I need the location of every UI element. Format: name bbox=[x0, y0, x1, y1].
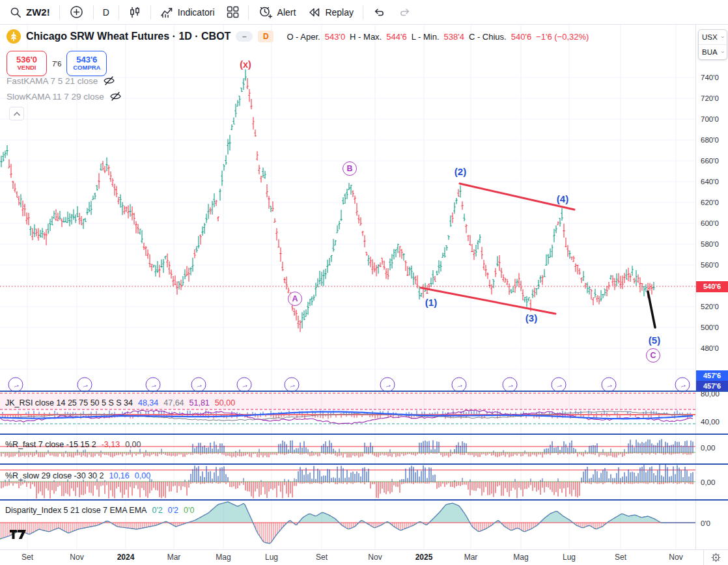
time-year-label: 2024 bbox=[117, 553, 135, 562]
timezone-settings-button[interactable] bbox=[703, 550, 728, 565]
fastkama-legend[interactable]: FastKAMA 7 5 21 close bbox=[7, 76, 115, 86]
legend-collapse-pill[interactable]: – bbox=[236, 31, 253, 42]
rfast-value-2: 0,00 bbox=[125, 440, 141, 449]
symbol-label: ZW2! bbox=[26, 7, 50, 18]
currency-toggle[interactable]: USX › bbox=[699, 30, 727, 44]
indicator-tick-label: 0,00 bbox=[701, 478, 715, 486]
pane-separator[interactable] bbox=[0, 463, 728, 465]
trade-panel: 536'0 VENDI 7'6 543'6 COMPRA bbox=[7, 51, 107, 76]
symbol-search-button[interactable]: ZW2! bbox=[4, 3, 56, 21]
price-tick-label: 720'0 bbox=[701, 94, 719, 102]
open-label: O - Aper. bbox=[287, 32, 320, 42]
grid-layout-icon bbox=[227, 6, 239, 18]
time-month-label: Mag bbox=[216, 553, 231, 562]
unit-toggle[interactable]: BUA › bbox=[699, 44, 727, 59]
disparity-pane-legend[interactable]: Disparity_Index 5 21 close 7 EMA EMA 0'2… bbox=[5, 506, 194, 515]
close-label: C - Chius. bbox=[469, 32, 507, 42]
wave-label-4[interactable]: (4) bbox=[557, 193, 568, 204]
spread-value: 7'6 bbox=[52, 60, 61, 68]
wave-label-5[interactable]: (5) bbox=[649, 335, 660, 346]
indicator-tick-label: 0'0 bbox=[701, 519, 710, 527]
rfast-title: %R_fast 7 close -15 15 2 bbox=[5, 440, 96, 449]
toolbar-divider bbox=[59, 5, 60, 20]
chart-style-button[interactable] bbox=[122, 3, 147, 21]
slowkama-legend[interactable]: SlowKAMA 11 7 29 close bbox=[7, 91, 122, 102]
price-tick-label: 480'0 bbox=[701, 344, 719, 352]
high-value: 544'6 bbox=[386, 32, 406, 42]
wave-label-B[interactable]: B bbox=[343, 161, 357, 176]
last-price-badge: 540'6 bbox=[696, 281, 728, 292]
buy-label: COMPRA bbox=[73, 64, 100, 72]
layout-templates-button[interactable] bbox=[221, 3, 245, 21]
replay-icon bbox=[307, 7, 320, 18]
rslow-pane-legend[interactable]: %R_slow 29 close -30 30 2 10,16 0,00 bbox=[5, 471, 150, 480]
rsi-value-4: 50,00 bbox=[215, 398, 235, 407]
eye-off-icon[interactable] bbox=[103, 76, 115, 86]
wave-label-A[interactable]: A bbox=[288, 292, 302, 306]
pane-separator[interactable] bbox=[0, 434, 728, 435]
disparity-value-1: 0'2 bbox=[152, 506, 162, 515]
wave-label-3[interactable]: (3) bbox=[525, 312, 537, 324]
legend-collapse-button[interactable] bbox=[9, 107, 24, 120]
interval-button[interactable]: D bbox=[97, 3, 115, 21]
interval-label: D bbox=[103, 7, 109, 18]
ohlc-readout: O - Aper.543'0 H - Max.544'6 L - Min.538… bbox=[287, 32, 589, 42]
buy-button[interactable]: 543'6 COMPRA bbox=[66, 51, 107, 76]
rsi-value-2: 47,64 bbox=[163, 398, 184, 407]
indicators-label: Indicatori bbox=[178, 7, 215, 18]
price-axis[interactable]: USX › BUA › 740'0720'0700'0680'0660'0640… bbox=[695, 25, 728, 550]
wave-label-2[interactable]: (2) bbox=[455, 166, 466, 177]
fastkama-title: FastKAMA 7 5 21 close bbox=[7, 76, 98, 86]
low-label: L - Min. bbox=[412, 32, 440, 42]
toolbar-divider bbox=[150, 5, 151, 20]
wave-label-1[interactable]: (1) bbox=[425, 297, 437, 308]
sell-button[interactable]: 536'0 VENDI bbox=[7, 51, 47, 76]
time-month-label: Lug bbox=[563, 553, 576, 562]
rsi-pane-legend[interactable]: JK_RSI close 14 25 75 50 5 S S 34 48,34 … bbox=[5, 398, 235, 407]
pane-separator[interactable] bbox=[0, 499, 728, 501]
price-tick-label: 680'0 bbox=[701, 136, 719, 144]
alert-button[interactable]: Alert bbox=[252, 3, 302, 21]
disparity-value-3: 0'0 bbox=[184, 506, 194, 515]
wave-label-x[interactable]: (x) bbox=[240, 59, 251, 70]
kama-value-badge: 457'6 bbox=[696, 370, 728, 381]
price-tick-label: 620'0 bbox=[701, 199, 719, 206]
gear-icon bbox=[711, 553, 721, 562]
time-month-label: Lug bbox=[265, 553, 278, 562]
price-tick-label: 600'0 bbox=[701, 219, 719, 227]
pane-separator[interactable] bbox=[0, 391, 728, 392]
sell-price: 536'0 bbox=[16, 55, 37, 65]
compare-add-button[interactable] bbox=[63, 3, 90, 21]
toolbar-divider bbox=[248, 5, 249, 20]
undo-icon bbox=[372, 6, 386, 19]
toolbar-divider bbox=[119, 5, 119, 20]
price-tick-label: 520'0 bbox=[701, 303, 719, 310]
market-status-badge[interactable]: D bbox=[258, 31, 273, 42]
price-tick-label: 580'0 bbox=[701, 240, 719, 248]
price-tick-label: 700'0 bbox=[701, 115, 719, 123]
currency-label: USX bbox=[702, 33, 718, 41]
alert-label: Alert bbox=[277, 7, 296, 18]
redo-button[interactable] bbox=[392, 3, 417, 21]
replay-button[interactable]: Replay bbox=[301, 3, 359, 21]
toolbar-divider bbox=[93, 5, 94, 20]
undo-button[interactable] bbox=[367, 3, 392, 21]
time-month-label: Nov bbox=[70, 553, 83, 562]
change-value: −1'6 (−0,32%) bbox=[536, 32, 589, 42]
kama-value-badge: 457'6 bbox=[696, 381, 728, 391]
currency-unit-card: USX › BUA › bbox=[698, 29, 727, 60]
wave-label-C[interactable]: C bbox=[646, 348, 660, 363]
symbol-legend[interactable]: Chicago SRW Wheat Futures · 1D · CBOT – … bbox=[7, 29, 589, 44]
buy-price: 543'6 bbox=[76, 55, 97, 65]
indicators-button[interactable]: Indicatori bbox=[154, 3, 221, 21]
time-month-label: Nov bbox=[368, 553, 382, 562]
high-label: H - Max. bbox=[350, 32, 382, 42]
chart-area[interactable]: Chicago SRW Wheat Futures · 1D · CBOT – … bbox=[0, 25, 728, 565]
time-axis[interactable]: SetNov2024MarMagLugSetNov2025MarMagLugSe… bbox=[0, 549, 728, 565]
rfast-pane-legend[interactable]: %R_fast 7 close -15 15 2 -3,13 0,00 bbox=[5, 440, 141, 449]
plus-circle-icon bbox=[69, 5, 84, 20]
chart-title[interactable]: Chicago SRW Wheat Futures · 1D · CBOT bbox=[26, 31, 231, 42]
eye-off-icon[interactable] bbox=[109, 91, 122, 102]
close-value: 540'6 bbox=[511, 32, 531, 42]
time-month-label: Mar bbox=[464, 553, 478, 562]
